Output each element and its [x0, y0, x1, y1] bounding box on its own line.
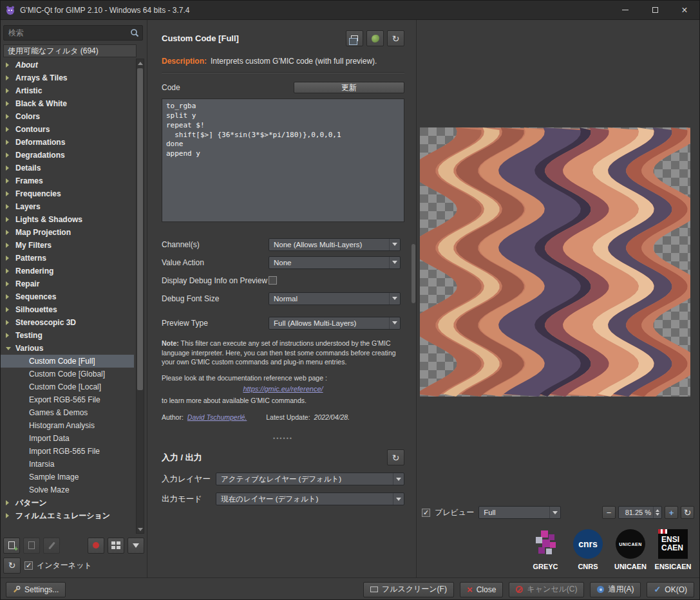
tree-item[interactable]: Artistic	[1, 84, 134, 97]
tree-item[interactable]: Testing	[1, 329, 134, 342]
filters-count-header: 使用可能なフィルタ (694)	[3, 44, 137, 57]
tree-item[interactable]: Layers	[1, 200, 134, 213]
tree-item[interactable]: Arrays & Tiles	[1, 71, 134, 84]
tree-item[interactable]: パターン	[1, 496, 134, 509]
output-mode-select[interactable]: 現在のレイヤー (デフォルト)	[216, 492, 404, 505]
cancel-button[interactable]: キャンセル(C)	[509, 582, 584, 597]
reference-link[interactable]: https://gmic.eu/reference/	[162, 385, 404, 393]
code-editor[interactable]: to_rgba split y repeat $! shift[$>] {36*…	[162, 98, 404, 222]
io-header: 入力 / 出力 ↻	[162, 449, 404, 465]
zoom-spinbox[interactable]: 81.25 %	[618, 506, 662, 519]
tree-item[interactable]: Colors	[1, 110, 134, 123]
fullscreen-button[interactable]: フルスクリーン(F)	[363, 582, 454, 597]
sidebar-scrollbar[interactable]	[136, 59, 144, 534]
zoom-out-button[interactable]: −	[602, 506, 616, 519]
description-text: Interprets custom G'MIC code (with full …	[211, 57, 377, 66]
filters-view-button[interactable]	[108, 538, 124, 554]
close-window-button[interactable]: ×	[670, 1, 699, 20]
close-button[interactable]: × Close	[460, 582, 503, 597]
value-action-select[interactable]: None	[269, 256, 401, 269]
maximize-icon	[652, 7, 658, 13]
zoom-reset-button[interactable]: ↻	[681, 506, 694, 519]
tree-item[interactable]: Patterns	[1, 252, 134, 265]
refresh-filters-button[interactable]: ↻	[3, 558, 21, 574]
preview-label: プレビュー	[435, 507, 474, 518]
zoom-in-button[interactable]: +	[665, 506, 678, 519]
tree-item[interactable]: Degradations	[1, 149, 134, 162]
input-layers-select[interactable]: アクティブなレイヤー (デフォルト)	[216, 473, 404, 485]
remove-fave-icon	[28, 541, 35, 549]
ok-icon: ✓	[654, 585, 661, 594]
remove-fave-button[interactable]	[23, 538, 40, 554]
add-fave-button[interactable]: +	[3, 538, 20, 554]
add-to-faves-button[interactable]	[366, 30, 384, 46]
preview-image[interactable]	[420, 127, 690, 397]
rename-fave-button[interactable]	[43, 538, 60, 554]
tree-item[interactable]: Rendering	[1, 265, 134, 277]
tree-item[interactable]: Custom Code [Full]	[1, 355, 134, 368]
settings-button[interactable]: Settings...	[6, 582, 66, 597]
tree-item[interactable]: Contours	[1, 123, 134, 136]
apply-button[interactable]: 適用(A)	[590, 582, 641, 597]
tree-item[interactable]: Sequences	[1, 290, 134, 303]
tree-item[interactable]: Repair	[1, 277, 134, 290]
panel-scrollbar-thumb[interactable]	[411, 244, 415, 303]
faves-toolbar: +	[1, 534, 147, 557]
collapse-all-button[interactable]	[128, 538, 144, 554]
tree-item[interactable]: フィルムエミュレーション	[1, 509, 134, 522]
preview-checkbox[interactable]	[422, 509, 430, 517]
tree-item[interactable]: Custom Code [Global]	[1, 368, 134, 380]
splitter-handle[interactable]: ••••••	[162, 436, 404, 440]
visibility-button[interactable]	[88, 538, 104, 554]
channels-select[interactable]: None (Allows Multi-Layers)	[269, 238, 401, 251]
debug-info-checkbox[interactable]	[269, 276, 277, 285]
tree-item[interactable]: Frequencies	[1, 187, 134, 200]
tree-item[interactable]: Frames	[1, 174, 134, 187]
tree-item[interactable]: Details	[1, 162, 134, 174]
learn-line: to learn more about available G'MIC comm…	[162, 397, 404, 404]
tree-item[interactable]: Black & White	[1, 97, 134, 110]
search-input[interactable]	[3, 25, 143, 41]
internet-checkbox[interactable]	[24, 561, 33, 570]
tree-item[interactable]: Export RGB-565 File	[1, 393, 134, 406]
expand-arrow-icon	[6, 165, 15, 171]
spinner-arrows[interactable]	[653, 507, 661, 518]
scroll-down-icon[interactable]	[137, 525, 144, 533]
tree-item[interactable]: My Filters	[1, 239, 134, 252]
tree-item[interactable]: About	[1, 59, 134, 71]
tree-item[interactable]: Deformations	[1, 136, 134, 149]
preview-type-select[interactable]: Full (Allows Multi-Layers)	[269, 317, 401, 330]
main-content: 使用可能なフィルタ (694) About Arrays & Tiles	[1, 20, 699, 577]
tree-item[interactable]: Map Projection	[1, 226, 134, 239]
tree-item[interactable]: Silhouettes	[1, 303, 134, 316]
maximize-button[interactable]	[640, 1, 670, 20]
chevron-down-icon	[389, 317, 400, 329]
param-row-preview-type: Preview Type Full (Allows Multi-Layers)	[162, 316, 404, 330]
preview-mode-select[interactable]: Full	[478, 506, 561, 519]
ok-button[interactable]: ✓ OK(O)	[647, 582, 694, 597]
tree-item[interactable]: Import RGB-565 File	[1, 445, 134, 458]
tree-item[interactable]: Stereoscopic 3D	[1, 316, 134, 329]
tree-item[interactable]: Histogram Analysis	[1, 419, 134, 432]
minimize-button[interactable]	[610, 1, 640, 20]
tree-item[interactable]: Lights & Shadows	[1, 213, 134, 226]
scroll-up-icon[interactable]	[137, 59, 144, 67]
reset-filter-button[interactable]: ↻	[387, 30, 404, 46]
tree-item[interactable]: Various	[1, 342, 134, 355]
author-link[interactable]: David Tschumperlé.	[187, 413, 247, 421]
chevron-down-icon	[389, 239, 400, 250]
chevron-down-icon	[389, 257, 400, 268]
copy-command-button[interactable]	[346, 30, 363, 46]
io-refresh-button[interactable]: ↻	[387, 449, 404, 465]
tree-item[interactable]: Sample Image	[1, 471, 134, 483]
scrollbar-thumb[interactable]	[137, 68, 143, 390]
debug-font-size-select[interactable]: Normal	[269, 292, 401, 305]
tree-item[interactable]: Import Data	[1, 432, 134, 445]
tree-item[interactable]: Solve Maze	[1, 483, 134, 496]
tree-item[interactable]: Custom Code [Local]	[1, 380, 134, 393]
tree-item[interactable]: Intarsia	[1, 458, 134, 471]
input-layers-row: 入力レイヤー アクティブなレイヤー (デフォルト)	[162, 473, 404, 485]
greyc-logo-icon	[527, 527, 564, 561]
tree-item[interactable]: Games & Demos	[1, 406, 134, 419]
update-button[interactable]: 更新	[294, 82, 404, 93]
